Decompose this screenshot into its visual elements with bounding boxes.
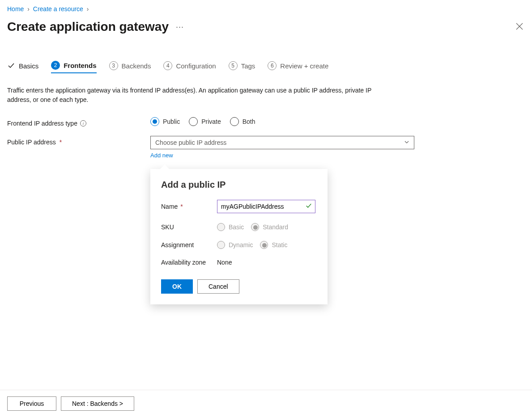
tab-label: Review + create xyxy=(280,62,328,70)
radio-label: Dynamic xyxy=(229,241,253,249)
select-placeholder: Choose public IP address xyxy=(155,139,226,146)
radio-private[interactable]: Private xyxy=(189,117,221,126)
radio-both[interactable]: Both xyxy=(230,117,255,126)
add-new-link[interactable]: Add new xyxy=(150,152,173,159)
cancel-button[interactable]: Cancel xyxy=(197,279,239,294)
callout-title: Add a public IP xyxy=(161,180,317,190)
step-number-icon: 6 xyxy=(268,61,277,70)
page-title: Create application gateway xyxy=(7,20,169,34)
more-actions-button[interactable]: ··· xyxy=(176,22,184,32)
public-ip-select[interactable]: Choose public IP address xyxy=(150,136,414,149)
ok-button[interactable]: OK xyxy=(161,279,193,294)
breadcrumb-home[interactable]: Home xyxy=(7,5,24,13)
tab-label: Tags xyxy=(241,62,255,70)
step-number-icon: 2 xyxy=(51,61,60,70)
radio-icon xyxy=(217,241,225,249)
close-icon[interactable] xyxy=(514,20,525,34)
check-icon xyxy=(306,203,312,211)
radio-icon xyxy=(150,117,159,126)
radio-sku-standard: Standard xyxy=(251,223,288,231)
wizard-footer: Previous Next : Backends > xyxy=(0,390,532,417)
step-number-icon: 3 xyxy=(109,61,118,70)
tab-description: Traffic enters the application gateway v… xyxy=(0,86,394,105)
chevron-right-icon: › xyxy=(87,5,89,13)
tab-basics[interactable]: Basics xyxy=(7,61,38,73)
radio-icon xyxy=(230,117,239,126)
required-indicator: * xyxy=(60,139,62,146)
radio-label: Public xyxy=(163,118,180,125)
radio-label: Private xyxy=(201,118,221,125)
check-icon xyxy=(7,62,15,70)
sku-label: SKU xyxy=(161,223,217,231)
step-number-icon: 5 xyxy=(229,61,238,70)
chevron-down-icon xyxy=(404,139,409,146)
tab-frontends[interactable]: 2 Frontends xyxy=(51,61,96,73)
radio-assignment-static: Static xyxy=(260,241,287,249)
availability-zone-label: Availability zone xyxy=(161,259,217,266)
frontend-ip-type-label: Frontend IP address type i xyxy=(7,117,150,127)
name-input[interactable] xyxy=(217,200,315,213)
name-label: Name * xyxy=(161,203,217,210)
tab-review-create[interactable]: 6 Review + create xyxy=(268,61,328,73)
public-ip-label: Public IP address * xyxy=(7,136,150,146)
assignment-label: Assignment xyxy=(161,241,217,249)
tab-configuration[interactable]: 4 Configuration xyxy=(163,61,216,73)
tab-label: Frontends xyxy=(64,62,96,69)
radio-sku-basic: Basic xyxy=(217,223,244,231)
radio-icon xyxy=(260,241,268,249)
chevron-right-icon: › xyxy=(27,5,30,13)
radio-label: Static xyxy=(272,241,287,249)
add-public-ip-callout: Add a public IP Name * SKU Basic xyxy=(150,169,328,304)
radio-assignment-dynamic: Dynamic xyxy=(217,241,253,249)
tab-label: Backends xyxy=(122,62,151,70)
radio-icon xyxy=(189,117,198,126)
tab-label: Basics xyxy=(19,62,38,70)
availability-zone-value: None xyxy=(217,259,317,266)
tab-label: Configuration xyxy=(176,62,216,70)
wizard-tabs: Basics 2 Frontends 3 Backends 4 Configur… xyxy=(0,61,532,73)
radio-label: Standard xyxy=(263,223,288,231)
radio-label: Both xyxy=(243,118,255,125)
required-indicator: * xyxy=(180,203,183,210)
frontend-ip-type-radiogroup: Public Private Both xyxy=(150,117,414,126)
radio-icon xyxy=(251,223,259,231)
breadcrumb-create-resource[interactable]: Create a resource xyxy=(33,5,83,13)
breadcrumb: Home › Create a resource › xyxy=(0,0,532,16)
next-button[interactable]: Next : Backends > xyxy=(61,396,134,411)
step-number-icon: 4 xyxy=(163,61,172,70)
radio-public[interactable]: Public xyxy=(150,117,180,126)
radio-icon xyxy=(217,223,225,231)
tab-tags[interactable]: 5 Tags xyxy=(229,61,255,73)
info-icon[interactable]: i xyxy=(80,120,86,126)
tab-backends[interactable]: 3 Backends xyxy=(109,61,151,73)
radio-label: Basic xyxy=(229,223,244,231)
previous-button[interactable]: Previous xyxy=(7,396,56,411)
